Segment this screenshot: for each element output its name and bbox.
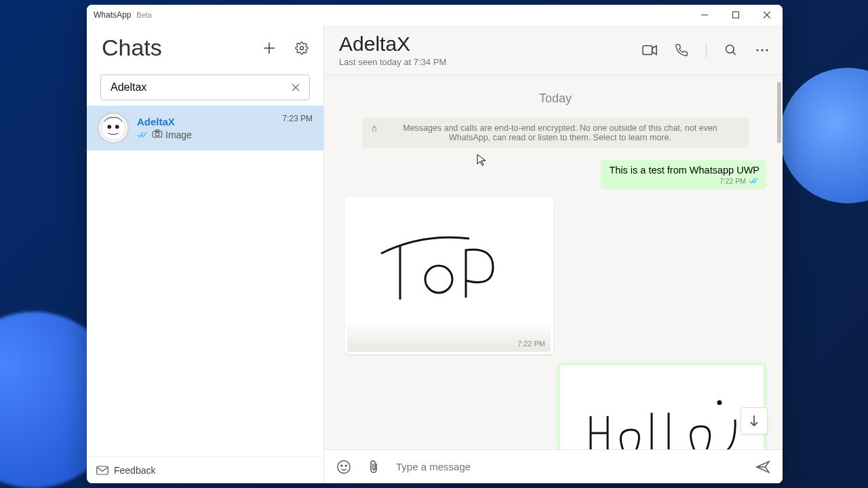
svg-point-13 — [155, 132, 159, 136]
feedback-label: Feedback — [114, 465, 155, 476]
new-chat-button[interactable] — [262, 41, 276, 55]
day-separator: Today — [344, 92, 766, 106]
emoji-icon — [336, 460, 351, 474]
encryption-notice[interactable]: Messages and calls are end-to-end encryp… — [362, 118, 749, 148]
message-in-image[interactable]: 7:22 PM — [344, 197, 553, 354]
titlebar: WhatsApp Beta — [87, 5, 783, 25]
arrow-down-icon — [749, 415, 760, 427]
encryption-text: Messages and calls are end-to-end encryp… — [381, 123, 739, 142]
chat-header: AdeltaX Last seen today at 7:34 PM — [324, 25, 783, 75]
message-time: 7:22 PM — [517, 340, 545, 348]
attach-icon — [369, 460, 378, 474]
divider — [706, 43, 707, 58]
svg-point-10 — [107, 125, 111, 129]
chat-item-time: 7:23 PM — [282, 114, 313, 123]
svg-point-20 — [761, 49, 763, 51]
svg-rect-16 — [643, 45, 652, 54]
svg-rect-15 — [97, 466, 108, 474]
read-receipt-icon — [749, 178, 760, 184]
search-in-chat-button[interactable] — [724, 43, 738, 57]
svg-point-29 — [338, 460, 350, 472]
scroll-to-bottom-button[interactable] — [741, 407, 768, 434]
maximize-button[interactable] — [720, 5, 751, 25]
chats-heading: Chats — [102, 35, 162, 61]
svg-rect-22 — [372, 127, 376, 131]
camera-icon — [152, 129, 163, 140]
avatar — [98, 113, 129, 144]
sidebar: Chats — [87, 25, 324, 483]
close-icon — [292, 83, 300, 92]
lock-icon — [372, 123, 377, 133]
settings-button[interactable] — [295, 41, 309, 55]
contact-name: AdeltaX — [339, 33, 446, 56]
send-button[interactable] — [755, 460, 770, 474]
svg-rect-14 — [155, 130, 159, 132]
send-icon — [755, 460, 770, 474]
more-button[interactable] — [755, 48, 769, 52]
attach-button[interactable] — [369, 460, 378, 474]
read-receipt-icon — [137, 131, 149, 139]
svg-point-6 — [300, 46, 304, 49]
window-title: WhatsApp — [94, 10, 131, 20]
svg-line-18 — [733, 52, 736, 54]
handwriting-hello — [560, 365, 764, 449]
plus-icon — [262, 41, 276, 55]
app-window: WhatsApp Beta Chats — [87, 5, 783, 483]
minimize-button[interactable] — [689, 5, 720, 25]
search-icon — [724, 43, 738, 57]
close-button[interactable] — [751, 5, 783, 25]
chat-panel: AdeltaX Last seen today at 7:34 PM — [324, 25, 783, 483]
mail-icon — [96, 466, 108, 475]
window-title-suffix: Beta — [136, 11, 152, 19]
video-icon — [642, 45, 657, 56]
message-out-text[interactable]: This is a test from Whatsapp UWP 7:22 PM — [601, 160, 766, 188]
chat-item-name: AdeltaX — [137, 116, 274, 127]
chat-list-item[interactable]: AdeltaX Image 7:23 PM — [87, 106, 323, 150]
svg-point-31 — [345, 465, 347, 466]
scrollbar[interactable] — [777, 82, 781, 143]
svg-point-11 — [115, 125, 119, 129]
emoji-button[interactable] — [336, 460, 351, 474]
message-text: This is a test from Whatsapp UWP — [609, 165, 760, 176]
chat-list: AdeltaX Image 7:23 PM — [87, 106, 323, 456]
search-box[interactable] — [100, 75, 310, 100]
contact-status: Last seen today at 7:34 PM — [339, 57, 446, 67]
composer — [324, 449, 783, 483]
svg-rect-1 — [733, 12, 739, 18]
clear-search-button[interactable] — [288, 78, 304, 98]
svg-point-30 — [341, 465, 342, 466]
svg-point-9 — [101, 116, 125, 140]
handwriting-top — [347, 199, 551, 352]
search-input[interactable] — [111, 81, 288, 94]
feedback-button[interactable]: Feedback — [87, 456, 323, 483]
phone-icon — [675, 43, 688, 57]
gear-icon — [295, 41, 309, 55]
voice-call-button[interactable] — [675, 43, 688, 57]
message-out-image[interactable] — [557, 363, 766, 449]
message-input[interactable] — [396, 461, 738, 472]
chat-item-preview: Image — [165, 129, 192, 140]
more-icon — [755, 48, 769, 52]
message-list[interactable]: Today Messages and calls are end-to-end … — [324, 75, 783, 449]
message-time: 7:22 PM — [719, 177, 746, 185]
svg-point-17 — [726, 45, 734, 53]
svg-point-19 — [756, 49, 758, 51]
svg-point-21 — [766, 49, 768, 51]
svg-point-27 — [718, 401, 721, 404]
video-call-button[interactable] — [642, 45, 657, 56]
